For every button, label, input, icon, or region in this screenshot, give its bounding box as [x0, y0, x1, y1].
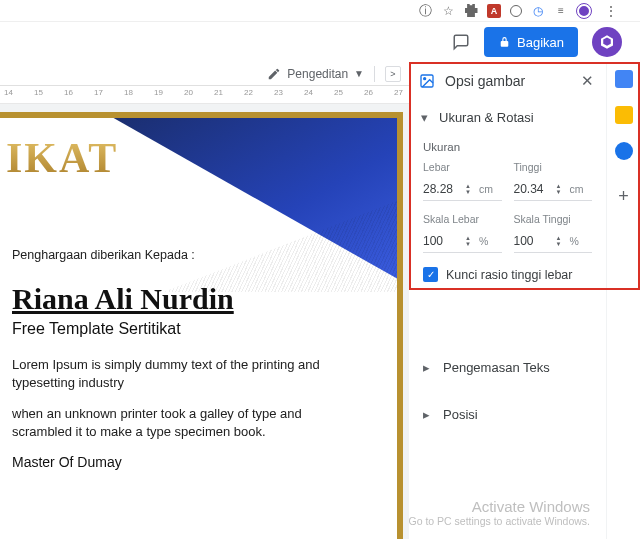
- section-size-rotation[interactable]: ▾ Ukuran & Rotasi: [409, 100, 606, 135]
- extension-bars-icon[interactable]: ≡: [554, 4, 568, 18]
- windows-activation-watermark: Activate Windows Go to PC settings to ac…: [409, 498, 591, 527]
- size-group-label: Ukuran: [423, 141, 592, 153]
- tasks-icon[interactable]: [615, 142, 633, 160]
- unit-label: cm: [479, 183, 493, 195]
- ruler-label: 23: [274, 88, 283, 97]
- ruler-label: 26: [364, 88, 373, 97]
- recipient-name: Riana Ali Nurdin: [12, 282, 385, 316]
- image-options-panel: Opsi gambar ✕ ▾ Ukuran & Rotasi Ukuran L…: [409, 62, 606, 539]
- certificate-paragraph: Lorem Ipsum is simply dummy text of the …: [12, 356, 352, 391]
- ruler-label: 20: [184, 88, 193, 97]
- editing-mode-toolbar: Pengeditan ▼ >: [0, 62, 409, 86]
- chevron-right-icon: ▸: [423, 407, 433, 422]
- side-rail: +: [606, 62, 640, 539]
- extension-g-icon[interactable]: ◷: [531, 4, 545, 18]
- ruler-label: 22: [244, 88, 253, 97]
- ruler-label: 24: [304, 88, 313, 97]
- scale-height-label: Skala Tinggi: [514, 213, 593, 225]
- ruler-label: 18: [124, 88, 133, 97]
- image-icon: [419, 73, 435, 89]
- extension-purple-icon[interactable]: [577, 4, 591, 18]
- ruler-label: 19: [154, 88, 163, 97]
- watermark-line2: Go to PC settings to activate Windows.: [409, 515, 591, 527]
- section-label: Pengemasan Teks: [443, 360, 550, 375]
- add-addon-icon[interactable]: +: [618, 186, 629, 207]
- scale-height-input[interactable]: [514, 234, 556, 248]
- search-hint-icon[interactable]: ⓘ: [418, 4, 432, 18]
- bookmark-star-icon[interactable]: ☆: [441, 4, 455, 18]
- signer-title: Master Of Dumay: [12, 454, 385, 470]
- share-button-label: Bagikan: [517, 35, 564, 50]
- avatar[interactable]: [592, 27, 622, 57]
- certificate-title-partial: IKAT: [6, 134, 118, 182]
- stepper-icon[interactable]: ▲▼: [556, 183, 562, 195]
- ruler-label: 15: [34, 88, 43, 97]
- right-column: Opsi gambar ✕ ▾ Ukuran & Rotasi Ukuran L…: [409, 62, 640, 539]
- certificate-subtitle: Free Template Sertitikat: [12, 320, 385, 338]
- certificate-paragraph: when an unknown printer took a galley of…: [12, 405, 352, 440]
- ruler-label: 17: [94, 88, 103, 97]
- docs-header: Bagikan: [0, 22, 640, 62]
- extension-circle-icon[interactable]: [510, 5, 522, 17]
- separator: [374, 66, 375, 82]
- pencil-icon: [267, 67, 281, 81]
- height-input[interactable]: [514, 182, 556, 196]
- given-to-label: Penghargaan diberikan Kepada :: [12, 248, 385, 262]
- mode-dropdown-icon[interactable]: ▼: [354, 68, 364, 79]
- panel-title: Opsi gambar: [445, 73, 571, 89]
- adblock-extension-icon[interactable]: A: [487, 4, 501, 18]
- browser-menu-icon[interactable]: ⋮: [604, 3, 618, 19]
- unit-label: cm: [569, 183, 583, 195]
- panel-header: Opsi gambar ✕: [409, 62, 606, 100]
- unit-label: %: [569, 235, 578, 247]
- stepper-icon[interactable]: ▲▼: [556, 235, 562, 247]
- watermark-line1: Activate Windows: [409, 498, 591, 515]
- keep-icon[interactable]: [615, 106, 633, 124]
- lock-ratio-row[interactable]: ✓ Kunci rasio tinggi lebar: [423, 267, 592, 282]
- chevron-right-icon: ▸: [423, 360, 433, 375]
- section-text-wrapping[interactable]: ▸ Pengemasan Teks: [409, 344, 606, 391]
- comments-icon[interactable]: [452, 33, 470, 51]
- ruler-label: 27: [394, 88, 403, 97]
- section-label: Posisi: [443, 407, 478, 422]
- ruler-label: 16: [64, 88, 73, 97]
- ruler-label: 21: [214, 88, 223, 97]
- share-button[interactable]: Bagikan: [484, 27, 578, 57]
- width-input[interactable]: [423, 182, 465, 196]
- chevron-down-icon: ▾: [421, 110, 431, 125]
- stepper-icon[interactable]: ▲▼: [465, 183, 471, 195]
- close-icon[interactable]: ✕: [581, 72, 594, 90]
- unit-label: %: [479, 235, 488, 247]
- stepper-icon[interactable]: ▲▼: [465, 235, 471, 247]
- editing-mode-label[interactable]: Pengeditan: [287, 67, 348, 81]
- width-label: Lebar: [423, 161, 502, 173]
- ruler-label: 25: [334, 88, 343, 97]
- ruler-label: 14: [4, 88, 13, 97]
- browser-extensions-bar: ⓘ ☆ A ◷ ≡ ⋮: [0, 0, 640, 22]
- section-label: Ukuran & Rotasi: [439, 110, 534, 125]
- collapse-chevron-icon[interactable]: >: [385, 66, 401, 82]
- certificate-page[interactable]: IKAT Penghargaan diberikan Kepada : Rian…: [0, 112, 403, 539]
- lock-icon: [498, 36, 511, 49]
- horizontal-ruler[interactable]: 14 15 16 17 18 19 20 21 22 23 24 25 26 2…: [0, 86, 409, 104]
- size-section-body: Ukuran Lebar ▲▼ cm Tinggi ▲▼ cm: [409, 141, 606, 294]
- scale-width-input[interactable]: [423, 234, 465, 248]
- extension-icon[interactable]: [464, 4, 478, 18]
- certificate-body: Penghargaan diberikan Kepada : Riana Ali…: [12, 248, 385, 470]
- avatar-icon: [598, 33, 616, 51]
- svg-point-1: [424, 78, 426, 80]
- calendar-icon[interactable]: [615, 70, 633, 88]
- section-position[interactable]: ▸ Posisi: [409, 391, 606, 438]
- height-label: Tinggi: [514, 161, 593, 173]
- document-canvas[interactable]: IKAT Penghargaan diberikan Kepada : Rian…: [0, 104, 409, 539]
- lock-ratio-label: Kunci rasio tinggi lebar: [446, 268, 572, 282]
- checkbox-checked-icon[interactable]: ✓: [423, 267, 438, 282]
- scale-width-label: Skala Lebar: [423, 213, 502, 225]
